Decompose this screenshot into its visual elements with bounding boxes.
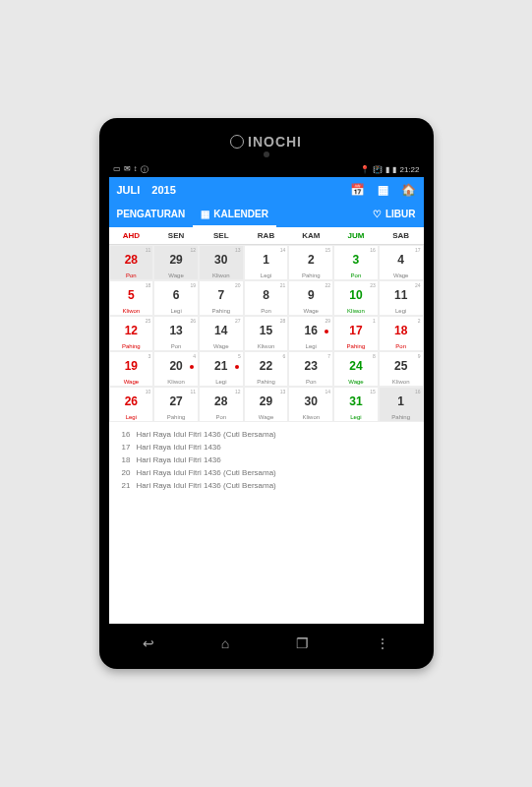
battery-icon: ▮ (392, 165, 396, 174)
home-nav-icon[interactable]: ⌂ (221, 636, 229, 651)
calendar-cell[interactable]: 521Legi (199, 351, 244, 387)
calendar-grid: 1128Pon1229Wage1330Kliwon141Legi152Pahin… (109, 245, 424, 422)
calendar-cell[interactable]: 319Wage (109, 351, 154, 387)
screen: ▭ ✉ ↕ ⓘ 📍 📳 ▮ ▮ 21:22 JULI 2015 📅 ▦ 🏠 (109, 161, 424, 624)
dayhead-sel: SEL (199, 227, 244, 244)
calendar-cell[interactable]: 1329Wage (244, 387, 289, 422)
calendar-cell[interactable]: 229Wage (288, 280, 333, 316)
tab-holiday[interactable]: ♡ LIBUR (365, 203, 424, 227)
status-right: 📍 📳 ▮ ▮ 21:22 (360, 165, 419, 174)
events-list: 16Hari Raya Idul Fitri 1436 (Cuti Bersam… (109, 422, 424, 498)
recent-icon[interactable]: ❐ (296, 636, 309, 651)
status-left: ▭ ✉ ↕ ⓘ (113, 164, 148, 175)
calendar-cell[interactable]: 622Pahing (244, 351, 289, 387)
brand-label: INOCHI (230, 134, 302, 150)
calendar-cell[interactable]: 824Wage (333, 351, 379, 387)
calendar-cell[interactable]: 1430Kliwon (288, 387, 333, 422)
calendar-cell[interactable]: 161Pahing (379, 387, 424, 422)
vibrate-icon: 📳 (373, 165, 383, 174)
calendar-cell[interactable]: 1228Pon (199, 387, 244, 422)
device-frame: INOCHI ▭ ✉ ↕ ⓘ 📍 📳 ▮ ▮ 21:22 JULI 2015 📅 (99, 118, 434, 669)
calendar-cell[interactable]: 117Pahing (333, 316, 379, 351)
dayhead-sen: SEN (153, 227, 199, 244)
android-navbar: ↩ ⌂ ❐ ⋮ (109, 630, 424, 657)
event-row[interactable]: 17Hari Raya Idul Fitri 1436 (117, 441, 416, 454)
speaker-dot (264, 151, 269, 157)
grid-icon[interactable]: ▦ (377, 183, 390, 197)
menu-icon[interactable]: ⋮ (376, 636, 389, 651)
calendar-cell[interactable]: 2310Kliwon (333, 280, 379, 316)
calendar-cell[interactable]: 141Legi (244, 245, 289, 280)
calendar-cell[interactable]: 1128Pon (109, 245, 154, 280)
calendar-cell[interactable]: 1330Kliwon (199, 245, 244, 280)
signal-icon: ▮ (385, 165, 389, 174)
dayhead-rab: RAB (244, 227, 289, 244)
calendar-cell[interactable]: 1531Legi (333, 387, 379, 422)
info-icon: ⓘ (141, 164, 148, 175)
msg-icon: ✉ (124, 164, 131, 175)
calendar-cell[interactable]: 2714Wage (199, 316, 244, 351)
gps-icon: 📍 (360, 165, 370, 174)
calendar-cell[interactable]: 1026Legi (109, 387, 154, 422)
tabs: PENGATURAN ▦ KALENDER ♡ LIBUR (109, 203, 424, 227)
calendar-cell[interactable]: 2613Pon (153, 316, 199, 351)
event-row[interactable]: 21Hari Raya Idul Fitri 1436 (Cuti Bersam… (117, 479, 416, 492)
tab-holiday-label: LIBUR (385, 209, 416, 219)
brand-icon (230, 135, 244, 149)
calendar-cell[interactable]: 1127Pahing (153, 387, 199, 422)
app-header: JULI 2015 📅 ▦ 🏠 (109, 177, 424, 203)
dayhead-sab: SAB (379, 227, 424, 244)
calendar-cell[interactable]: 218Pon (379, 316, 424, 351)
tab-settings[interactable]: PENGATURAN (109, 203, 194, 227)
heart-icon: ♡ (373, 209, 382, 219)
calendar-cell[interactable]: 2815Kliwon (244, 316, 289, 351)
dayhead-kam: KAM (288, 227, 333, 244)
calendar-cell[interactable]: 174Wage (379, 245, 424, 280)
event-row[interactable]: 18Hari Raya Idul Fitri 1436 (117, 454, 416, 466)
calendar-cell[interactable]: 2916Legi (288, 316, 333, 351)
calendar-cell[interactable]: 1229Wage (153, 245, 199, 280)
calendar-cell[interactable]: 420Kliwon (153, 351, 199, 387)
tab-calendar-icon: ▦ (201, 209, 209, 219)
calendar-cell[interactable]: 185Kliwon (109, 280, 154, 316)
calendar-cell[interactable]: 925Kliwon (379, 351, 424, 387)
status-bar: ▭ ✉ ↕ ⓘ 📍 📳 ▮ ▮ 21:22 (109, 161, 424, 177)
calendar-cell[interactable]: 196Legi (153, 280, 199, 316)
calendar-cell[interactable]: 2512Pahing (109, 316, 154, 351)
month-label[interactable]: JULI (117, 184, 141, 196)
tab-settings-label: PENGATURAN (117, 209, 186, 219)
calendar-cell[interactable]: 152Pahing (288, 245, 333, 280)
event-row[interactable]: 20Hari Raya Idul Fitri 1436 (Cuti Bersam… (117, 466, 416, 479)
sim-icon: ▭ (113, 164, 121, 175)
dayhead-ahd: AHD (109, 227, 154, 244)
calendar-cell[interactable]: 2411Legi (379, 280, 424, 316)
event-row[interactable]: 16Hari Raya Idul Fitri 1436 (Cuti Bersam… (117, 428, 416, 441)
back-icon[interactable]: ↩ (143, 636, 154, 651)
clock: 21:22 (399, 165, 419, 174)
calendar-cell[interactable]: 207Pahing (199, 280, 244, 316)
tab-calendar-label: KALENDER (213, 209, 268, 219)
calendar-icon[interactable]: 📅 (351, 183, 365, 197)
home-icon[interactable]: 🏠 (402, 183, 416, 197)
calendar-cell[interactable]: 218Pon (244, 280, 289, 316)
sync-icon: ↕ (134, 164, 138, 175)
dayhead-jum: JUM (333, 227, 379, 244)
calendar-weekdays: AHDSENSELRABKAMJUMSAB (109, 227, 424, 245)
brand-text: INOCHI (248, 134, 302, 150)
calendar-cell[interactable]: 723Pon (288, 351, 333, 387)
tab-calendar[interactable]: ▦ KALENDER (193, 203, 276, 227)
year-label[interactable]: 2015 (151, 184, 175, 196)
calendar-cell[interactable]: 163Pon (333, 245, 379, 280)
